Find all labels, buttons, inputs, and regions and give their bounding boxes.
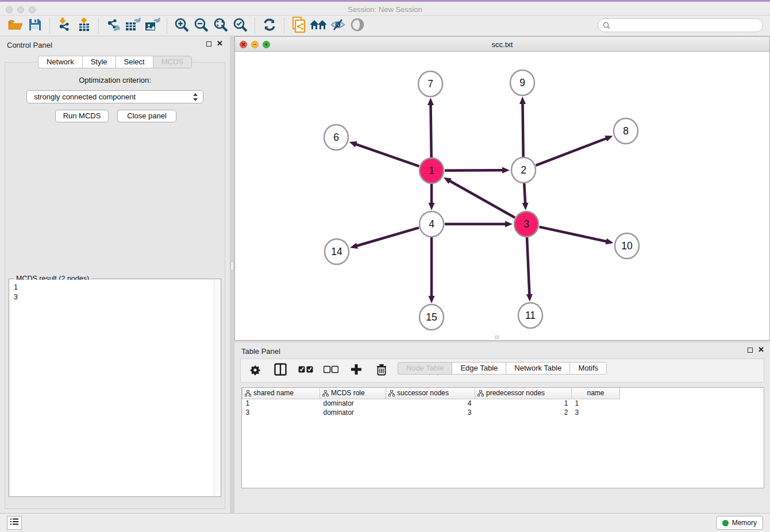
tab-style[interactable]: Style (82, 56, 116, 68)
birds-eye-view-button[interactable] (348, 17, 367, 34)
node-label-1: 1 (429, 165, 434, 176)
close-panel-icon[interactable]: ✕ (217, 39, 223, 48)
node-label-15: 15 (426, 311, 437, 323)
import-table-button[interactable] (74, 17, 94, 34)
toolbar-separator (284, 18, 284, 33)
mcds-result-list[interactable]: 1 3 (10, 280, 214, 496)
node-label-2: 2 (521, 164, 526, 176)
search-input[interactable] (613, 21, 758, 29)
status-bar: Memory (0, 513, 770, 532)
arrowhead-icon (605, 136, 613, 141)
node-label-6: 6 (333, 132, 339, 143)
table-panel-title: Table Panel (241, 347, 280, 356)
import-table-icon (76, 17, 91, 34)
main-toolbar (0, 16, 770, 36)
refresh-button[interactable] (260, 17, 279, 34)
export-image-button[interactable] (143, 17, 162, 34)
memory-button[interactable]: Memory (716, 516, 763, 530)
network-resize-handle[interactable] (495, 336, 499, 339)
edge-1-7[interactable] (430, 104, 431, 157)
search-field[interactable] (598, 18, 763, 32)
eye-slash-icon (330, 18, 346, 34)
arrowhead-icon (502, 167, 510, 174)
network-window-titlebar[interactable]: ✕ − + scc.txt (235, 37, 769, 52)
memory-label: Memory (732, 519, 757, 527)
memory-status-icon (722, 520, 729, 526)
float-table-panel-icon[interactable] (748, 348, 753, 353)
node-label-4: 4 (429, 218, 434, 230)
search-icon (603, 22, 610, 29)
tab-network[interactable]: Network (38, 56, 82, 68)
export-table-button[interactable] (123, 17, 143, 34)
edge-2-8[interactable] (536, 138, 607, 165)
zoom-in-icon (174, 17, 189, 34)
mcds-panel: Optimization criterion: strongly connect… (5, 62, 225, 509)
edge-3-1[interactable] (449, 180, 514, 218)
zoom-fit-button[interactable] (211, 17, 230, 34)
close-table-panel-icon[interactable]: ✕ (758, 345, 764, 354)
network-canvas[interactable]: 1234678910111415 (235, 52, 769, 340)
arrowhead-icon (526, 294, 533, 302)
zoom-selected-button[interactable] (230, 17, 250, 34)
export-table-icon (125, 17, 141, 34)
edge-2-9[interactable] (522, 103, 523, 157)
export-network-button[interactable] (103, 17, 123, 34)
tab-node-table[interactable]: Node Table (398, 362, 452, 375)
arrowhead-icon (429, 203, 435, 210)
optimization-criterion-label: Optimization criterion: (5, 76, 225, 84)
edge-3-11[interactable] (527, 237, 529, 295)
open-session-button[interactable] (6, 17, 25, 34)
close-panel-button[interactable]: Close panel (117, 110, 176, 122)
result-scrollbar[interactable] (214, 280, 220, 496)
toolbar-separator (49, 18, 50, 33)
application-window: Session: New Session (0, 0, 770, 532)
tab-edge-table[interactable]: Edge Table (452, 362, 506, 375)
network-view-window: ✕ − + scc.txt 1234678910111415 (234, 36, 770, 341)
table-tabs: Node Table Edge Table Network Table Moti… (234, 362, 770, 508)
edge-3-10[interactable] (539, 227, 607, 242)
zoom-out-button[interactable] (191, 17, 211, 34)
node-label-10: 10 (621, 240, 633, 252)
eye-icon (349, 18, 365, 34)
run-mcds-button[interactable]: Run MCDS (55, 110, 109, 122)
criterion-dropdown-value: strongly connected component (34, 92, 136, 101)
edge-1-2[interactable] (445, 170, 503, 171)
first-neighbors-button[interactable] (309, 17, 328, 34)
mcds-result-groupbox: MCDS result (2 nodes) 1 3 (9, 279, 221, 497)
import-network-button[interactable] (55, 17, 74, 34)
zoom-in-button[interactable] (172, 17, 191, 34)
float-panel-icon[interactable] (206, 41, 211, 47)
session-title: Session: New Session (0, 5, 770, 14)
toolbar-separator (98, 18, 99, 33)
node-label-9: 9 (519, 77, 525, 88)
export-network-icon (106, 17, 121, 34)
network-title: scc.txt (235, 40, 769, 49)
arrowhead-icon (350, 242, 358, 249)
tab-motifs[interactable]: Motifs (569, 362, 607, 375)
splitter-handle[interactable] (230, 261, 234, 271)
dropdown-arrows-icon (193, 92, 198, 102)
folder-open-icon (8, 18, 23, 33)
table-panel: Table Panel ✕ f(x) shared nameMCDS roles… (234, 342, 770, 513)
control-panel-title: Control Panel (7, 41, 52, 49)
hide-graphics-button[interactable] (328, 17, 348, 34)
export-image-icon (144, 17, 160, 34)
node-label-14: 14 (331, 246, 342, 257)
arrowhead-icon (428, 98, 434, 105)
tab-mcds[interactable]: MCDS (153, 56, 192, 68)
task-history-button[interactable] (7, 516, 22, 530)
toolbar-separator (167, 18, 167, 33)
houses-icon (309, 18, 328, 34)
edge-1-6[interactable] (355, 144, 419, 167)
toolbar-separator (255, 18, 255, 33)
save-session-button[interactable] (25, 17, 45, 34)
save-icon (28, 18, 42, 34)
tab-select[interactable]: Select (116, 56, 153, 68)
criterion-dropdown[interactable]: strongly connected component (26, 90, 203, 103)
edge-2-3[interactable] (524, 183, 525, 204)
arrowhead-icon (519, 97, 526, 104)
edge-4-14[interactable] (356, 228, 419, 246)
node-label-8: 8 (623, 125, 629, 137)
tab-network-table[interactable]: Network Table (506, 362, 569, 375)
duplicate-network-button[interactable] (289, 17, 309, 34)
